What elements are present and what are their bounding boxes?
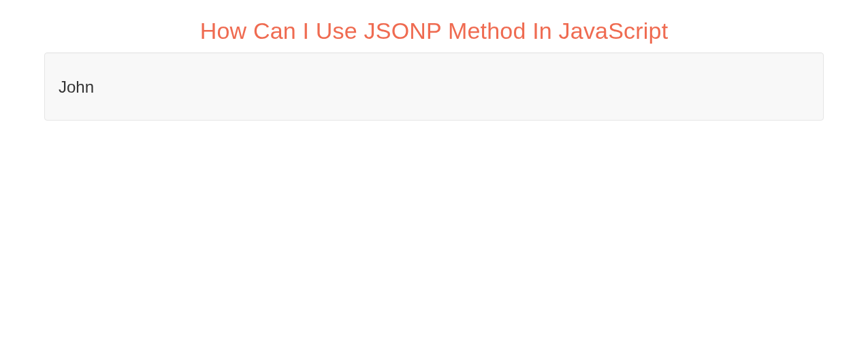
output-text: John — [59, 66, 809, 99]
main-container: How Can I Use JSONP Method In JavaScript… — [0, 0, 868, 121]
output-well: John — [44, 52, 824, 121]
page-title: How Can I Use JSONP Method In JavaScript — [44, 0, 824, 52]
